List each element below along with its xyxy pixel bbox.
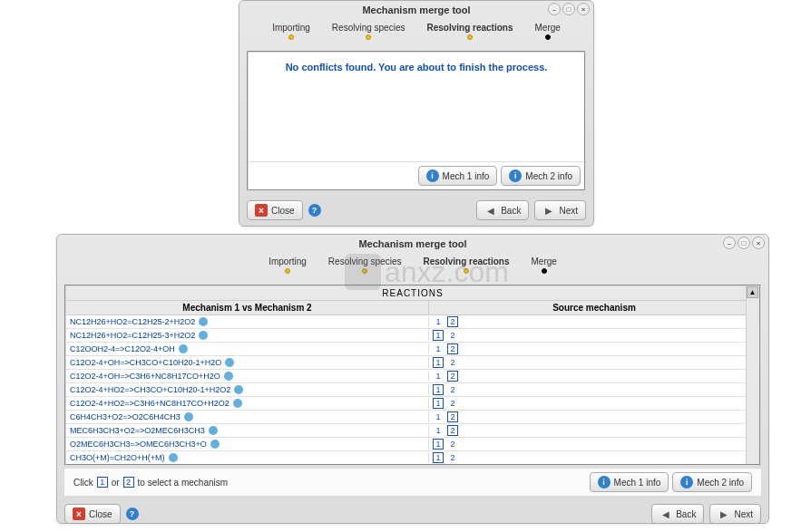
reaction-formula: CH3O(+M)=CH2O+H(+M): [70, 453, 165, 462]
reaction-info-icon[interactable]: [233, 399, 242, 408]
mech1-info-button[interactable]: i Mech 1 info: [418, 166, 498, 186]
wizard-step-dot-icon: [362, 268, 367, 274]
table-row[interactable]: C12OOH2-4=>C12O2-4+OH12: [66, 343, 759, 356]
source-mechanism-option[interactable]: 2: [447, 357, 458, 368]
wizard-step-label: Resolving reactions: [423, 256, 509, 266]
reaction-info-icon[interactable]: [224, 372, 233, 381]
wizard-step-label: Importing: [269, 256, 307, 266]
table-row[interactable]: CH2O+H(+M)=CH2OH(+M)12: [66, 465, 759, 466]
source-mechanism-option[interactable]: 2: [447, 425, 458, 436]
close-button[interactable]: × Close: [64, 504, 121, 524]
source-mechanism-option[interactable]: 1: [433, 357, 444, 368]
source-mechanism-option[interactable]: 1: [433, 411, 444, 422]
info-icon: i: [598, 476, 611, 488]
minimize-icon[interactable]: –: [723, 237, 736, 249]
reaction-info-icon[interactable]: [209, 426, 218, 435]
table-row[interactable]: NC12H26+HO2=C12H25-2+H2O212: [66, 315, 759, 329]
source-mechanism-option[interactable]: 2: [447, 452, 458, 463]
reaction-info-icon[interactable]: [179, 344, 188, 353]
source-mechanism-option[interactable]: 2: [447, 384, 458, 395]
source-cell: 12: [429, 370, 759, 382]
wizard-step: Importing: [261, 23, 321, 40]
source-mechanism-option[interactable]: 2: [447, 398, 458, 409]
source-cell: 12: [429, 424, 759, 437]
source-mechanism-option[interactable]: 2: [447, 371, 458, 382]
table-row[interactable]: CH3O(+M)=CH2O+H(+M)12: [66, 451, 759, 465]
reaction-info-icon[interactable]: [210, 440, 220, 449]
table-row[interactable]: O2MEC6H3CH3=>OMEC6H3CH3+O12: [66, 438, 759, 451]
titlebar: Mechanism merge tool – □ ×: [239, 1, 593, 19]
reaction-formula: C12O2-4+HO2=>C3H6+NC8H17CO+H2O2: [70, 399, 230, 408]
back-label: Back: [501, 206, 521, 216]
wizard-step: Resolving reactions: [415, 23, 523, 40]
source-mechanism-option[interactable]: 1: [433, 425, 444, 436]
reaction-formula: NC12H26+HO2=C12H25-2+H2O2: [70, 317, 195, 326]
wizard-step: Merge: [520, 256, 567, 274]
info-icon: i: [680, 476, 693, 488]
wizard-footer: × Close ? ◀ Back ▶ Next: [57, 498, 768, 529]
minimize-icon[interactable]: –: [548, 3, 561, 15]
arrow-right-icon: ▶: [542, 204, 555, 217]
source-mechanism-option[interactable]: 1: [433, 398, 444, 409]
wizard-step: Importing: [258, 256, 317, 274]
window-close-icon[interactable]: ×: [752, 237, 765, 249]
source-mechanism-option[interactable]: 1: [433, 330, 444, 341]
help-icon[interactable]: ?: [126, 508, 139, 520]
reaction-info-icon[interactable]: [234, 385, 243, 394]
reaction-info-icon[interactable]: [184, 412, 193, 421]
mech2-info-button[interactable]: i Mech 2 info: [501, 166, 581, 186]
wizard-footer: × Close ? ◀ Back ▶ Next: [239, 195, 593, 226]
table-row[interactable]: C12O2-4+HO2=>CH3CO+C10H20-1+H2O212: [66, 383, 759, 397]
window-close-icon[interactable]: ×: [577, 3, 590, 15]
reaction-info-icon[interactable]: [199, 317, 208, 326]
vertical-scrollbar[interactable]: ▲: [746, 286, 759, 464]
scroll-up-icon[interactable]: ▲: [747, 286, 758, 298]
table-row[interactable]: C12O2-4+OH=>CH3CO+C10H20-1+H2O12: [66, 356, 759, 370]
close-button[interactable]: × Close: [247, 200, 303, 220]
table-column-headers: Mechanism 1 vs Mechanism 2 Source mechan…: [66, 301, 759, 315]
back-button[interactable]: ◀ Back: [476, 200, 529, 220]
source-mechanism-option[interactable]: 1: [433, 371, 444, 382]
table-row[interactable]: NC12H26+HO2=C12H25-3+H2O212: [66, 329, 759, 343]
source-mechanism-option[interactable]: 1: [433, 316, 444, 327]
table-body: NC12H26+HO2=C12H25-2+H2O212NC12H26+HO2=C…: [66, 315, 759, 466]
source-mechanism-option[interactable]: 2: [447, 439, 458, 450]
source-mechanism-option[interactable]: 1: [433, 384, 444, 395]
reaction-info-icon[interactable]: [199, 331, 208, 340]
source-mechanism-option[interactable]: 2: [447, 411, 458, 422]
table-row[interactable]: C12O2-4+OH=>C3H6+NC8H17CO+H2O12: [66, 370, 759, 383]
wizard-step: Merge: [523, 23, 571, 40]
source-mechanism-option[interactable]: 1: [433, 452, 444, 463]
table-row[interactable]: C6H4CH3+O2=>O2C6H4CH312: [66, 411, 759, 424]
maximize-icon[interactable]: □: [738, 237, 750, 249]
source-mechanism-option[interactable]: 1: [433, 343, 444, 354]
reaction-cell: C12O2-4+HO2=>CH3CO+C10H20-1+H2O2: [66, 384, 429, 395]
hint-prefix: Click: [73, 478, 93, 488]
source-cell: 12: [429, 383, 759, 396]
mech2-info-button[interactable]: i Mech 2 info: [672, 472, 752, 492]
arrow-left-icon: ◀: [484, 204, 497, 217]
hint-suffix: to select a mechanism: [138, 478, 229, 488]
maximize-icon[interactable]: □: [562, 3, 575, 15]
next-button[interactable]: ▶ Next: [709, 504, 761, 524]
reaction-info-icon[interactable]: [225, 358, 234, 367]
reaction-cell: CH3O(+M)=CH2O+H(+M): [66, 452, 429, 463]
wizard-step-dot-icon: [288, 34, 294, 40]
titlebar: Mechanism merge tool – □ ×: [57, 235, 768, 253]
col-source-mechanism: Source mechanism: [429, 301, 759, 314]
reaction-info-icon[interactable]: [169, 453, 178, 462]
source-mechanism-option[interactable]: 2: [447, 343, 458, 354]
table-row[interactable]: C12O2-4+HO2=>C3H6+NC8H17CO+H2O212: [66, 397, 759, 411]
table-row[interactable]: MEC6H3CH3+O2=>O2MEC6H3CH312: [66, 424, 759, 438]
hint-option-2[interactable]: 2: [123, 477, 134, 488]
mech1-info-button[interactable]: i Mech 1 info: [590, 472, 669, 492]
source-mechanism-option[interactable]: 1: [433, 439, 444, 450]
table-section-header: REACTIONS: [66, 286, 759, 301]
source-mechanism-option[interactable]: 2: [447, 330, 458, 341]
reaction-cell: C12OOH2-4=>C12O2-4+OH: [66, 343, 429, 354]
hint-option-1[interactable]: 1: [97, 477, 108, 488]
next-button[interactable]: ▶ Next: [534, 200, 586, 220]
help-icon[interactable]: ?: [308, 204, 321, 217]
source-mechanism-option[interactable]: 2: [447, 316, 458, 327]
back-button[interactable]: ◀ Back: [651, 504, 704, 524]
